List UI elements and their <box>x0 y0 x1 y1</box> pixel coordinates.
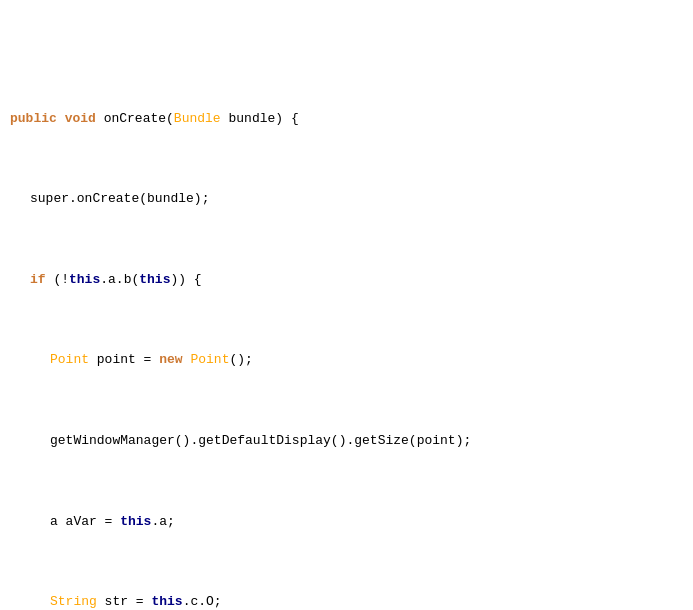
code-block: public void onCreate(Bundle bundle) { su… <box>10 8 683 610</box>
line-6: a aVar = this.a; <box>10 512 683 532</box>
line-4: Point point = new Point(); <box>10 350 683 370</box>
line-3: if (!this.a.b(this)) { <box>10 270 683 290</box>
line-5: getWindowManager().getDefaultDisplay().g… <box>10 431 683 451</box>
keyword-void: void <box>65 109 96 129</box>
line-1: public void onCreate(Bundle bundle) { <box>10 109 683 129</box>
keyword-public: public <box>10 109 57 129</box>
type-bundle: Bundle <box>174 109 221 129</box>
line-7: String str = this.c.O; <box>10 592 683 610</box>
line-2: super.onCreate(bundle); <box>10 189 683 209</box>
